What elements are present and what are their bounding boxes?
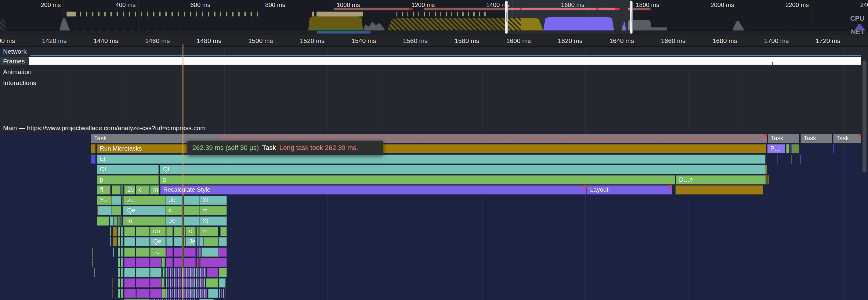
flame-segment[interactable] — [122, 196, 123, 205]
flame-segment[interactable] — [136, 237, 150, 246]
flame-segment-je[interactable]: Je — [186, 237, 196, 246]
flame-segment[interactable] — [166, 278, 195, 288]
flame-segment-qt[interactable]: Qt — [160, 165, 766, 174]
flame-segment[interactable] — [124, 268, 135, 277]
flame-segment-qt[interactable]: Qt — [97, 165, 159, 174]
timeline-pane[interactable]: Network Frames Animation Interactions Ma… — [0, 47, 868, 300]
flame-segment[interactable] — [136, 227, 150, 236]
flame-segment-task[interactable]: Task — [833, 134, 861, 143]
flame-segment[interactable] — [792, 144, 799, 153]
flame-segment[interactable] — [112, 186, 121, 195]
flame-segment-xt[interactable]: Xt — [199, 216, 227, 226]
flame-segment-m[interactable]: m — [199, 227, 218, 236]
flame-segment[interactable] — [136, 268, 150, 277]
flame-segment-m[interactable]: m — [150, 186, 159, 195]
flame-segment[interactable] — [184, 227, 186, 236]
flame-segment[interactable] — [118, 258, 124, 267]
flame-segment[interactable] — [118, 268, 124, 277]
flame-segment[interactable] — [833, 144, 834, 153]
flame-segment[interactable] — [91, 155, 96, 164]
flame-segment[interactable] — [124, 289, 136, 298]
flame-segment[interactable] — [113, 247, 114, 257]
flame-segment-fl[interactable]: fl — [97, 186, 111, 195]
flame-segment[interactable] — [122, 186, 123, 195]
flame-segment[interactable] — [196, 278, 205, 288]
flame-segment[interactable] — [113, 227, 117, 236]
flame-segment[interactable] — [124, 247, 135, 257]
flame-segment[interactable] — [184, 237, 186, 246]
flame-segment[interactable] — [110, 216, 114, 226]
flame-segment[interactable] — [207, 268, 218, 277]
flame-segment[interactable] — [122, 206, 123, 215]
flame-segment[interactable] — [174, 247, 182, 257]
flame-segment[interactable] — [136, 289, 150, 298]
flame-segment-c[interactable]: c — [186, 227, 196, 236]
flame-segment[interactable] — [208, 289, 218, 298]
flame-segment[interactable] — [161, 258, 165, 267]
flame-segment[interactable] — [136, 247, 150, 257]
flame-segment[interactable] — [114, 216, 117, 226]
flame-segment[interactable] — [786, 144, 789, 153]
flame-segment[interactable] — [184, 258, 196, 267]
flame-segment[interactable] — [150, 268, 161, 277]
flame-segment[interactable] — [174, 227, 182, 236]
flame-segment[interactable] — [121, 216, 122, 226]
vertical-scrollbar-thumb[interactable] — [863, 60, 866, 173]
flame-segment-zu[interactable]: Zu — [124, 186, 135, 195]
flame-segment[interactable] — [113, 237, 117, 246]
flame-segment-d-e[interactable]: D…e — [676, 175, 766, 185]
flame-segment-p-[interactable]: P… — [767, 144, 785, 153]
flame-segment[interactable] — [184, 196, 199, 205]
flame-segment[interactable] — [118, 237, 124, 246]
flame-segment[interactable] — [166, 289, 195, 298]
track-label-network[interactable]: Network — [0, 47, 31, 57]
flame-segment[interactable] — [166, 227, 173, 236]
flame-segment[interactable] — [118, 247, 124, 257]
flame-segment[interactable] — [166, 237, 173, 246]
flame-segment[interactable] — [161, 268, 166, 277]
flame-segment[interactable] — [184, 206, 199, 215]
flame-segment-recalculate-style[interactable]: Recalculate Style — [160, 186, 587, 195]
flame-segment[interactable] — [174, 237, 182, 246]
flame-segment-zo[interactable]: zo — [124, 196, 166, 205]
flame-segment[interactable] — [777, 155, 778, 164]
flame-segment[interactable] — [220, 227, 227, 236]
flame-segment-io[interactable]: Io — [124, 216, 166, 226]
flame-segment[interactable] — [196, 268, 206, 277]
flame-segment[interactable] — [219, 268, 227, 277]
flame-segment[interactable] — [199, 258, 199, 267]
flame-segment[interactable] — [219, 237, 227, 246]
flame-segment[interactable] — [97, 216, 109, 226]
flame-segment[interactable] — [118, 227, 124, 236]
flame-segment[interactable] — [196, 289, 208, 298]
flame-segment[interactable] — [200, 258, 227, 267]
flame-segment-c[interactable]: c — [166, 206, 182, 215]
flame-segment[interactable] — [219, 278, 226, 288]
flame-segment[interactable] — [166, 258, 173, 267]
flame-segment[interactable] — [800, 155, 801, 164]
flame-segment-qo[interactable]: qo — [150, 227, 166, 236]
flame-segment[interactable] — [124, 278, 135, 288]
flame-segment[interactable] — [124, 237, 135, 246]
flame-segment-qe[interactable]: Qe — [150, 237, 166, 246]
track-label-main-thread[interactable]: Main — https://www.projectwallace.com/an… — [0, 123, 209, 133]
frame-bar[interactable] — [0, 57, 861, 65]
flame-segment[interactable] — [110, 237, 111, 246]
flame-segment[interactable] — [766, 165, 767, 174]
flame-segment-task[interactable]: Task — [768, 134, 800, 143]
flame-segment-to[interactable]: To — [150, 247, 166, 257]
flame-segment[interactable] — [118, 289, 124, 298]
flame-segment-je[interactable]: Je — [166, 216, 182, 226]
flame-segment[interactable] — [94, 268, 95, 277]
flame-segment[interactable] — [219, 247, 227, 257]
flame-segment[interactable] — [196, 247, 199, 257]
overview-window-left-handle[interactable] — [505, 1, 508, 34]
flame-segment[interactable] — [196, 258, 199, 267]
flame-segment-m[interactable]: m — [199, 206, 227, 215]
flame-segment-qe[interactable]: Qe — [124, 206, 166, 215]
flame-segment[interactable] — [204, 237, 218, 246]
track-label-frames[interactable]: Frames — [0, 57, 29, 66]
flame-segment[interactable] — [150, 278, 161, 288]
flame-segment[interactable] — [110, 227, 111, 236]
flame-segment[interactable] — [118, 278, 124, 288]
